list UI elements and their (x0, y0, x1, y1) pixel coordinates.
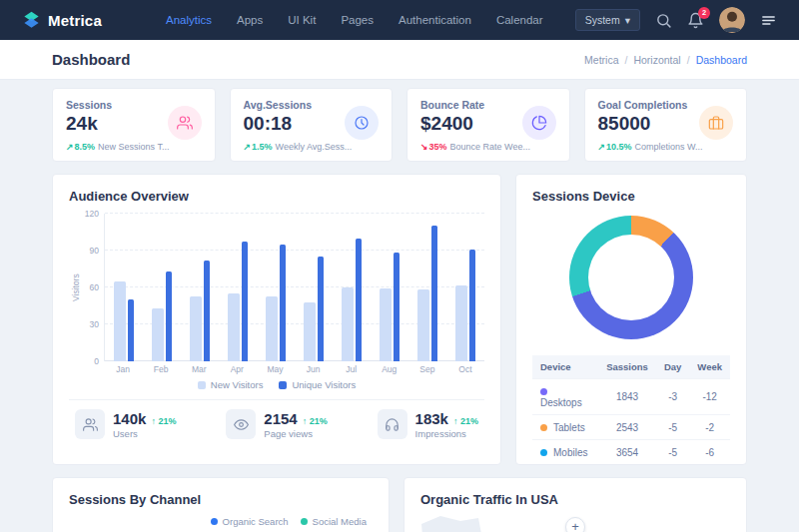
device-sassions: 2543 (598, 415, 656, 440)
bar-feb-new (152, 308, 164, 361)
pie-chart-icon (522, 106, 556, 140)
x-tick-label: May (256, 364, 294, 374)
audience-stat-page-views: 2154 ↑ 21% Page views (226, 409, 327, 439)
y-tick-label: 30 (90, 319, 99, 329)
audience-bar-chart: Visitors 0306090120 (69, 214, 484, 361)
bar-aug-new (380, 288, 392, 361)
organic-traffic-usa-title: Organic Traffic In USA (420, 492, 730, 507)
nav-item-apps[interactable]: Apps (237, 14, 263, 26)
bar-apr-unique (242, 242, 248, 361)
nav-item-analytics[interactable]: Analytics (166, 14, 212, 26)
bar-group-feb (143, 214, 181, 361)
bar-jan-new (114, 281, 126, 361)
device-donut-wrap (532, 208, 730, 347)
y-tick-label: 120 (85, 209, 99, 219)
stat-card-sessions: Sessions 24k ↗8.5%New Sessions T... (52, 88, 216, 162)
breadcrumb: Metrica Horizontal Dashboard (584, 54, 747, 66)
col-day: Day (656, 355, 689, 379)
breadcrumb-metrica[interactable]: Metrica (584, 54, 618, 66)
bar-feb-unique (166, 271, 172, 361)
nav-menu: Analytics Apps UI Kit Pages Authenticati… (166, 14, 575, 26)
avatar[interactable] (719, 7, 745, 33)
stat-value: 140k (113, 410, 146, 427)
legend-item-unique-visitors[interactable]: Unique Visitors (279, 379, 356, 390)
x-tick-label: Sep (408, 364, 446, 374)
stat-card-goal-completions: Goal Completions 85000 ↗10.5%Completions… (584, 88, 748, 162)
stat-card-avg-sessions: Avg.Sessions 00:18 ↗1.5%Weekly Avg.Sess.… (230, 88, 394, 162)
legend-label: New Visitors (211, 379, 264, 390)
device-table-header: Device Sassions Day Week (532, 355, 730, 379)
table-row-desktops: Desktops 1843 -3 -12 (532, 379, 730, 415)
stat-label: Users (113, 428, 176, 439)
x-tick-label: Apr (218, 364, 256, 374)
bar-group-sep (408, 214, 446, 361)
search-icon[interactable] (655, 12, 672, 29)
map-zoom-in-button[interactable]: + (565, 517, 585, 532)
bar-group-jul (333, 214, 371, 361)
nav-item-calendar[interactable]: Calendar (496, 14, 543, 26)
table-row-tablets: Tablets 2543 -5 -2 (532, 415, 730, 440)
bar-group-apr (219, 214, 257, 361)
bar-plot (104, 214, 484, 361)
nav-item-ui-kit[interactable]: UI Kit (288, 14, 316, 26)
system-select[interactable]: System ▾ (575, 9, 640, 31)
bar-jun-unique (318, 257, 324, 361)
page-header: Dashboard Metrica Horizontal Dashboard (0, 40, 799, 80)
bar-oct-new (455, 285, 467, 361)
bar-apr-new (228, 293, 240, 361)
breadcrumb-horizontal[interactable]: Horizontal (619, 54, 681, 66)
delta-percent: 8.5% (75, 142, 96, 152)
hamburger-menu-icon[interactable] (760, 12, 777, 29)
legend-item-organic-search[interactable]: Organic Search (211, 516, 289, 527)
device-sassions: 3654 (598, 440, 656, 465)
nav-item-pages[interactable]: Pages (341, 14, 374, 26)
stat-label: Impressions (415, 428, 478, 439)
bar-jun-new (304, 302, 316, 361)
bar-xlabels: JanFebMarAprMayJunJulAugSepOct (104, 364, 484, 374)
delta-desc: Bounce Rate Wee... (450, 142, 530, 152)
x-tick-label: Jan (104, 364, 142, 374)
organic-search-dot-icon (211, 518, 218, 525)
desktops-dot-icon (540, 388, 547, 395)
delta-desc: Completions W... (635, 142, 703, 152)
audience-overview-title: Audience Overview (69, 189, 484, 204)
x-tick-label: Jun (294, 364, 332, 374)
x-tick-label: Aug (371, 364, 408, 374)
y-axis-label: Visitors (69, 214, 82, 361)
x-tick-label: Jul (333, 364, 371, 374)
bar-group-aug (371, 214, 408, 361)
legend-swatch-icon (279, 381, 287, 389)
delta-desc: Weekly Avg.Sess... (276, 142, 353, 152)
delta-percent: 1.5% (252, 142, 273, 152)
usa-map-shape (418, 512, 484, 532)
stat-value: 2154 (264, 410, 297, 427)
nav-item-authentication[interactable]: Authentication (399, 14, 471, 26)
bar-may-unique (280, 245, 286, 361)
device-sassions: 1843 (598, 379, 656, 415)
stat-delta: 21% (460, 416, 478, 426)
legend-item-new-visitors[interactable]: New Visitors (198, 379, 264, 390)
col-sassions: Sassions (598, 355, 656, 379)
device-name: Mobiles (553, 447, 587, 458)
stat-delta: ↗8.5%New Sessions T... (66, 142, 202, 152)
device-week: -12 (689, 379, 730, 415)
stat-delta: ↘35%Bounce Rate Wee... (420, 142, 556, 152)
trend-up-icon: ↗ (244, 142, 252, 152)
device-name: Desktops (540, 397, 582, 408)
brand[interactable]: Metrica (22, 11, 140, 30)
bar-oct-unique (469, 250, 475, 361)
bell-icon[interactable]: 2 (687, 12, 704, 29)
bar-yaxis: 0306090120 (82, 214, 104, 361)
brand-logo-icon (22, 11, 41, 30)
headphones-icon (378, 409, 407, 439)
device-donut (569, 216, 693, 339)
bar-jul-new (342, 287, 354, 361)
navbar-actions: System ▾ 2 (575, 7, 777, 33)
x-tick-label: Mar (180, 364, 218, 374)
legend-item-social-media[interactable]: Social Media (301, 516, 367, 527)
legend-label: Unique Visitors (292, 379, 356, 390)
bar-aug-unique (394, 253, 400, 361)
bar-may-new (266, 296, 278, 361)
mobiles-dot-icon (540, 449, 547, 456)
bar-mar-new (190, 296, 202, 361)
